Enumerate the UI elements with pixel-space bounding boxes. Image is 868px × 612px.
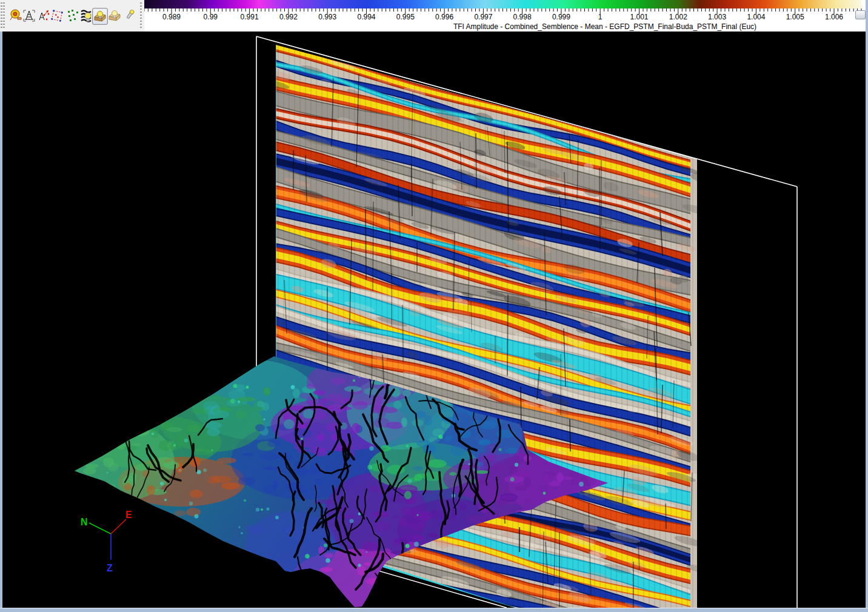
well-correlation-tool-icon [22, 8, 36, 24]
seismic-visibility-tool-icon [79, 8, 93, 24]
toolbar-grip[interactable] [3, 2, 5, 29]
colorbar-tick-label: 0.992 [279, 13, 298, 21]
flashlight-tool-icon[interactable] [122, 8, 137, 24]
colorbar-tick-label: 0.994 [357, 13, 375, 21]
axis-label-down: Z [107, 563, 113, 573]
colorbar-tick-label: 0.991 [241, 13, 259, 21]
seismic-visibility-tool-icon[interactable] [79, 8, 93, 24]
toolbar-grip[interactable] [1, 2, 2, 29]
window-frame-left [0, 32, 2, 612]
colorbar-tick-label: 1 [598, 13, 603, 21]
colorbar-tick-label: 0.993 [318, 13, 336, 21]
toolbar [0, 0, 144, 32]
scatter-points-tool-icon[interactable] [65, 8, 80, 24]
horizon-visibility-alt-tool-icon[interactable] [107, 8, 122, 24]
colorbar-options-button[interactable] [855, 10, 866, 19]
colorbar-tick-label: 1.006 [825, 13, 843, 21]
scene-3d: NEZ [2, 32, 866, 608]
measure-tape-tool-icon[interactable] [8, 8, 23, 24]
axis-label-east: E [125, 510, 132, 520]
colorbar-tick-label: 0.996 [435, 13, 453, 21]
window-frame-bottom [0, 608, 868, 612]
colorbar-tick-label: 1.005 [786, 13, 804, 21]
colorbar-tick-label: 0.995 [396, 13, 415, 21]
scatter-points-tool-icon [65, 8, 80, 24]
colorbar-tick-label: 1.002 [669, 13, 687, 21]
viewport-3d[interactable]: NEZ [2, 32, 866, 608]
horizon-visibility-tool-icon [93, 8, 107, 24]
window-frame-right [866, 0, 868, 612]
colorbar-title: TFI Amplitude - Combined_Semblence - Mea… [387, 22, 823, 31]
colorbar-tick-label: 0.998 [513, 13, 532, 21]
probe-polygon-tool-icon [50, 8, 64, 24]
colorbar-tick-label: 1.004 [747, 13, 765, 21]
well-correlation-tool-icon[interactable] [22, 8, 36, 24]
horizon-visibility-alt-tool-icon [107, 8, 122, 24]
axis-indicator: NEZ [81, 510, 132, 573]
well-picks-tool-icon[interactable] [36, 8, 51, 24]
colorbar-tick-label: 0.989 [162, 13, 181, 21]
colorbar-tick-label: 1.001 [630, 13, 648, 21]
probe-polygon-tool-icon[interactable] [50, 8, 64, 24]
measure-tape-tool-icon [8, 8, 23, 24]
horizon-visibility-tool-icon[interactable] [92, 8, 108, 25]
axis-label-north: N [81, 517, 88, 527]
colorbar-tick-label: 1.003 [708, 13, 726, 21]
colorbar-tick-label: 0.999 [552, 13, 570, 21]
well-picks-tool-icon [36, 8, 51, 24]
colorbar-tick-label: 0.99 [204, 13, 218, 21]
flashlight-tool-icon [122, 8, 137, 24]
colorbar-grip[interactable] [140, 2, 142, 29]
colorbar-tick-label: 0.997 [474, 13, 492, 21]
window-root: 0.9890.990.9910.9920.9930.9940.9950.9960… [0, 0, 868, 612]
colorbar-panel: 0.9890.990.9910.9920.9930.9940.9950.9960… [144, 0, 866, 32]
